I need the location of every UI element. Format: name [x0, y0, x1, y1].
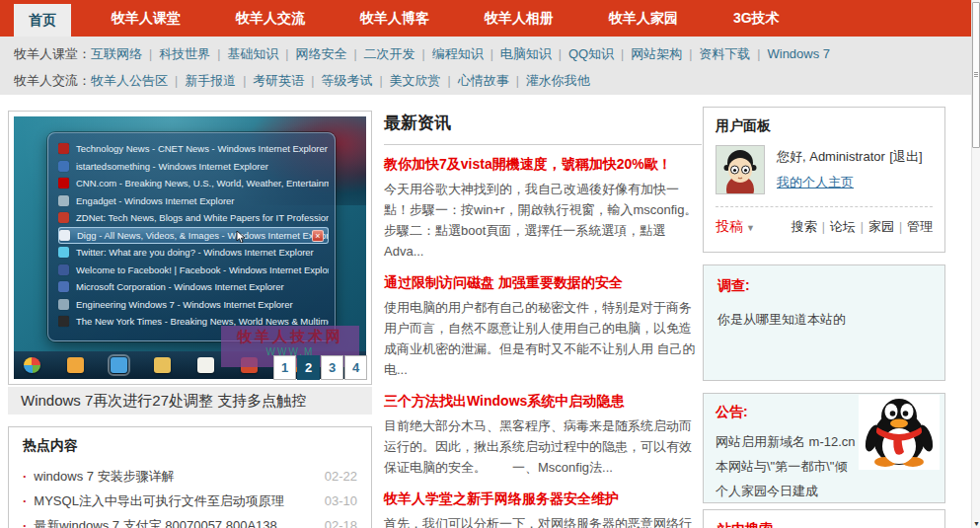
article-title-link[interactable]: 牧羊人学堂之新手网络服务器安全维护	[384, 490, 702, 508]
subnav-link[interactable]: 等级考试	[321, 73, 372, 88]
avatar	[716, 145, 765, 194]
user-link-1[interactable]: 搜索	[792, 219, 817, 234]
notepad-icon[interactable]	[197, 357, 214, 373]
article-list: 教你加快7及vista開機速度，號稱加快20%歐！今天用谷歌大神找到的，我自己改…	[384, 156, 702, 528]
cnet-icon	[58, 143, 69, 154]
subnav-link[interactable]: QQ知识	[568, 46, 614, 61]
page-button-1[interactable]: 1	[273, 355, 296, 380]
window-row-1[interactable]: Technology News - CNET News - Windows In…	[58, 140, 329, 158]
engadget-icon	[58, 195, 69, 206]
article-title-link[interactable]: 三个方法找出Windows系统中启动隐患	[384, 393, 702, 411]
notice-panel: 公告: 网站启用新域名 m-12.cn本网站与\"第一都市\"倾个人家园今日建成	[703, 393, 945, 503]
close-icon[interactable]: ×	[312, 230, 324, 242]
window-row-3[interactable]: CNN.com - Breaking News, U.S., World, We…	[58, 175, 329, 192]
user-link-3[interactable]: 家园	[868, 219, 894, 234]
subnav-link[interactable]: 基础知识	[227, 46, 278, 61]
separator: |	[861, 220, 864, 234]
hot-item-date: 03-10	[325, 493, 357, 508]
subnav-link[interactable]: 编程知识	[432, 46, 484, 61]
user-panel-title: 用户面板	[716, 117, 933, 135]
window-row-2[interactable]: istartedsomething - Windows Internet Exp…	[58, 158, 329, 176]
separator: |	[757, 47, 760, 61]
survey-panel: 调查: 你是从哪里知道本站的	[703, 264, 945, 381]
logout-link[interactable]: [退出]	[889, 149, 922, 164]
nav-tab-1[interactable]: 首页	[14, 4, 71, 37]
subnav-link[interactable]: 灌水你我他	[526, 73, 590, 88]
subnav-link[interactable]: 电脑知识	[500, 46, 552, 61]
ie-icon[interactable]	[111, 357, 127, 373]
nav-tab-2[interactable]: 牧羊人课堂	[97, 0, 195, 37]
scrollbar-down-arrow-icon[interactable]: ▼	[972, 520, 980, 527]
article-title-link[interactable]: 教你加快7及vista開機速度，號稱加快20%歐！	[384, 156, 702, 174]
nav-tab-7[interactable]: 3G技术	[718, 0, 794, 37]
window-row-5[interactable]: ZDNet: Tech News, Blogs and White Papers…	[58, 209, 329, 227]
news-article-4: 牧羊人学堂之新手网络服务器安全维护首先，我们可以分析一下，对网络服务器的恶意网络…	[384, 490, 702, 528]
survey-title: 调查:	[717, 277, 931, 295]
subnav-link[interactable]: 考研英语	[253, 73, 304, 88]
window-row-7[interactable]: Twitter: What are you doing? - Windows I…	[58, 244, 329, 262]
subnav-link[interactable]: 科技世界	[159, 46, 210, 61]
latest-news-title: 最新资讯	[384, 112, 702, 134]
article-title-link[interactable]: 通过限制访问磁盘 加强重要数据的安全	[384, 274, 702, 292]
hot-content-panel: 热点内容 ·windows 7 安装步骤详解02-22·MYSQL注入中导出可执…	[8, 426, 372, 528]
article-summary: 使用电脑的用户都有自己的秘密文件，特别是对于商务用户而言，自然不愿意让别人使用自…	[384, 297, 702, 380]
hot-item-link[interactable]: MYSQL注入中导出可执行文件至启动项原理	[34, 492, 316, 510]
page-button-2[interactable]: 2	[297, 355, 320, 380]
subnav-link[interactable]: 网站架构	[631, 46, 682, 61]
nav-tab-3[interactable]: 牧羊人交流	[221, 0, 320, 37]
subnav-link[interactable]: 资料下载	[699, 46, 750, 61]
subnav-link[interactable]: Windows 7	[767, 46, 830, 61]
scrollbar[interactable]: ▼	[971, 0, 980, 528]
site-search-panel: 站内搜索	[703, 509, 945, 528]
window-row-4[interactable]: Engadget - Windows Internet Explorer	[58, 192, 329, 210]
window-row-10[interactable]: Engineering Windows 7 - Windows Internet…	[58, 296, 329, 314]
nav-tab-6[interactable]: 牧羊人家园	[594, 0, 693, 37]
nav-tab-4[interactable]: 牧羊人博客	[345, 0, 444, 37]
separator: |	[822, 220, 825, 234]
folder-icon[interactable]	[154, 357, 171, 373]
hot-item-link[interactable]: windows 7 安装步骤详解	[34, 468, 316, 486]
watermark-text: 牧羊人技术网	[221, 328, 359, 346]
subnav-link[interactable]: 牧羊人公告区	[91, 73, 168, 88]
user-link-2[interactable]: 论坛	[830, 219, 856, 234]
separator: |	[559, 47, 562, 61]
separator: |	[353, 47, 356, 61]
start-orb-icon[interactable]	[24, 357, 40, 373]
subnav-link[interactable]: 网络安全	[295, 46, 346, 61]
user-row: 您好, Administrator [退出] 我的个人主页	[716, 145, 933, 194]
separator: |	[379, 74, 382, 88]
window-row-8[interactable]: Welcome to Facebook! | Facebook - Window…	[58, 262, 329, 279]
carousel-caption[interactable]: Windows 7再次进行27处调整 支持多点触控	[8, 387, 372, 415]
user-info: 您好, Administrator [退出] 我的个人主页	[777, 145, 923, 194]
windows7-screenshot-slide[interactable]: Technology News - CNET News - Windows In…	[14, 116, 366, 379]
subnav-category-label: 牧羊人课堂：	[14, 46, 91, 61]
submit-article-button[interactable]: 投稿▼	[716, 218, 755, 236]
window-row-6[interactable]: Digg - All News, Videos, & Images - Wind…	[58, 227, 329, 245]
page-button-4[interactable]: 4	[344, 355, 367, 380]
window-title: istartedsomething - Windows Internet Exp…	[76, 161, 268, 172]
separator: |	[516, 74, 519, 88]
subnav-link[interactable]: 互联网络	[91, 46, 142, 61]
top-navigation: 首页牧羊人课堂牧羊人交流牧羊人博客牧羊人相册牧羊人家园3G技术	[0, 0, 971, 37]
outlook-icon[interactable]	[67, 357, 84, 373]
user-link-4[interactable]: 管理	[907, 219, 933, 234]
notice-line-3[interactable]: 个人家园今日建成	[716, 479, 868, 503]
my-homepage-link[interactable]: 我的个人主页	[777, 174, 854, 191]
scrollbar-thumb[interactable]	[972, 2, 980, 148]
subnav-link[interactable]: 新手报道	[185, 73, 236, 88]
hot-item-1: ·windows 7 安装步骤详解02-22	[23, 464, 357, 489]
page-button-3[interactable]: 3	[321, 355, 343, 380]
subnav-link[interactable]: 美文欣赏	[390, 73, 441, 88]
survey-question[interactable]: 你是从哪里知道本站的	[717, 311, 931, 329]
nav-tab-5[interactable]: 牧羊人相册	[470, 0, 568, 37]
subnav-link[interactable]: 二次开发	[364, 46, 415, 61]
subnav-link[interactable]: 心情故事	[458, 73, 509, 88]
notice-line-2[interactable]: 本网站与\"第一都市\"倾	[716, 454, 868, 479]
article-summary: 首先，我们可以分析一下，对网络服务器的恶意网络行为包括两个方面：一是恶意的攻击行…	[384, 513, 702, 528]
user-panel-actions: 投稿▼ 搜索|论坛|家园|管理	[716, 218, 933, 236]
window-row-9[interactable]: Microsoft Corporation - Windows Internet…	[58, 278, 329, 296]
notice-line-1[interactable]: 网站启用新域名 m-12.cn	[716, 429, 868, 454]
separator: |	[285, 47, 288, 61]
hot-item-date: 02-18	[325, 518, 357, 528]
hot-item-link[interactable]: 最新windows 7 支付宝 80070057 800A138	[34, 517, 316, 528]
